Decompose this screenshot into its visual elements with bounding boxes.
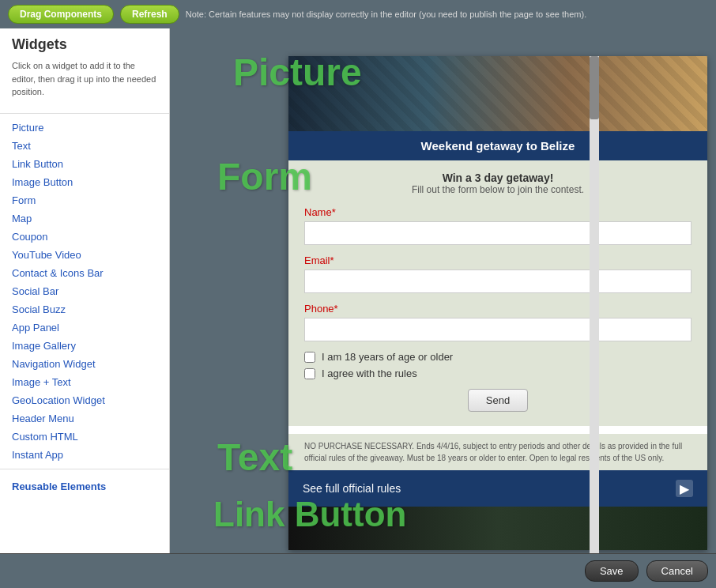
win-subtitle: Fill out the form below to join the cont… — [304, 184, 692, 195]
sidebar-item-text[interactable]: Text — [0, 137, 169, 155]
hero-image — [288, 56, 707, 131]
checkbox-rules-group: I agree with the rules — [304, 368, 692, 379]
phone-required: * — [334, 303, 338, 315]
overlay-text-label: Text — [217, 435, 292, 479]
phone-input[interactable] — [304, 318, 692, 341]
sidebar: Widgets Click on a widget to add it to t… — [0, 28, 170, 553]
drag-components-button[interactable]: Drag Components — [8, 5, 114, 24]
sidebar-item-social-buzz[interactable]: Social Buzz — [0, 300, 169, 318]
canvas-area: Picture Form Text Link Button Weekend ge… — [170, 28, 716, 553]
content-card: Weekend getaway to Belize Win a 3 day ge… — [288, 56, 707, 550]
win-title: Win a 3 day getaway! — [304, 172, 692, 184]
sidebar-item-navigation-widget[interactable]: Navigation Widget — [0, 355, 169, 373]
form-body: Win a 3 day getaway! Fill out the form b… — [288, 160, 707, 426]
sidebar-divider — [0, 113, 169, 114]
toolbar: Drag Components Refresh Note: Certain fe… — [0, 0, 716, 28]
sidebar-item-picture[interactable]: Picture — [0, 119, 169, 137]
sidebar-description: Click on a widget to add it to the edito… — [0, 59, 169, 108]
name-label: Name* — [304, 206, 692, 218]
sidebar-item-image-button[interactable]: Image Button — [0, 173, 169, 191]
sidebar-item-geolocation-widget[interactable]: GeoLocation Widget — [0, 391, 169, 409]
sidebar-item-form[interactable]: Form — [0, 191, 169, 209]
name-input[interactable] — [304, 221, 692, 245]
email-input[interactable] — [304, 270, 692, 293]
sidebar-item-app-panel[interactable]: App Panel — [0, 318, 169, 337]
email-required: * — [330, 254, 334, 266]
sidebar-item-coupon[interactable]: Coupon — [0, 228, 169, 246]
sidebar-title: Widgets — [0, 36, 169, 59]
form-header: Weekend getaway to Belize — [288, 131, 707, 160]
see-rules-bar[interactable]: See full official rules ▶ — [288, 470, 707, 507]
email-field-group: Email* — [304, 254, 692, 293]
sidebar-item-header-menu[interactable]: Header Menu — [0, 409, 169, 428]
sidebar-item-youtube-video[interactable]: YouTube Video — [0, 246, 169, 264]
checkbox-age-group: I am 18 years of age or older — [304, 351, 692, 363]
fine-print: NO PURCHASE NECESSARY. Ends 4/4/16, subj… — [288, 434, 707, 470]
sidebar-item-custom-html[interactable]: Custom HTML — [0, 428, 169, 446]
send-button[interactable]: Send — [468, 389, 528, 412]
sidebar-item-map[interactable]: Map — [0, 209, 169, 228]
email-label: Email* — [304, 254, 692, 266]
name-required: * — [332, 206, 336, 218]
sidebar-item-image-text[interactable]: Image + Text — [0, 373, 169, 391]
age-checkbox[interactable] — [304, 352, 315, 363]
name-field-group: Name* — [304, 206, 692, 245]
see-rules-arrow-icon: ▶ — [676, 480, 693, 497]
sidebar-item-image-gallery[interactable]: Image Gallery — [0, 337, 169, 355]
bottom-bar: Save Cancel — [0, 553, 716, 588]
see-rules-label: See full official rules — [303, 482, 401, 495]
rules-checkbox[interactable] — [304, 368, 315, 379]
sidebar-divider-2 — [0, 469, 169, 469]
scrollbar-thumb[interactable] — [590, 56, 599, 119]
sidebar-item-instant-app[interactable]: Instant App — [0, 446, 169, 464]
sidebar-item-contact-icons-bar[interactable]: Contact & Icons Bar — [0, 264, 169, 282]
sidebar-item-social-bar[interactable]: Social Bar — [0, 282, 169, 300]
cancel-button[interactable]: Cancel — [646, 560, 708, 582]
rules-label: I agree with the rules — [322, 368, 417, 379]
phone-label: Phone* — [304, 303, 692, 315]
refresh-button[interactable]: Refresh — [120, 5, 179, 24]
reusable-elements-label[interactable]: Reusable Elements — [0, 474, 169, 496]
main-layout: Widgets Click on a widget to add it to t… — [0, 28, 716, 553]
scrollbar-track[interactable] — [590, 56, 599, 553]
sidebar-item-link-button[interactable]: Link Button — [0, 155, 169, 173]
bottom-image — [288, 507, 707, 550]
widget-canvas: Picture Form Text Link Button Weekend ge… — [170, 28, 716, 553]
toolbar-note: Note: Certain features may not display c… — [186, 9, 587, 19]
phone-field-group: Phone* — [304, 303, 692, 341]
age-label: I am 18 years of age or older — [322, 351, 453, 363]
save-button[interactable]: Save — [585, 560, 639, 582]
